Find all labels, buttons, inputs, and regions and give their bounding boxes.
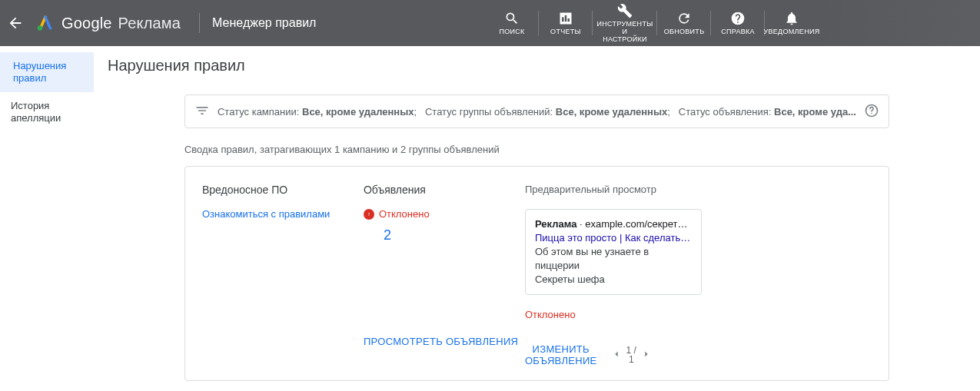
wrench-icon	[617, 3, 633, 18]
refresh-tool[interactable]: ОБНОВИТЬ	[657, 0, 711, 46]
pager-next[interactable]	[641, 349, 652, 362]
sidebar-item-appeal-history[interactable]: История апелляции	[0, 92, 94, 132]
google-ads-logo-icon	[35, 12, 55, 35]
pager-prev[interactable]	[611, 349, 622, 362]
app-header: Google Реклама Менеджер правил ПОИСК ОТЧ…	[0, 0, 980, 46]
product-name: Google Реклама	[61, 15, 181, 32]
ad-desc-1: Об этом вы не узнаете в пиццерии	[535, 245, 692, 273]
reports-tool[interactable]: ОТЧЕТЫ	[539, 0, 593, 46]
ads-count-link[interactable]: 2	[364, 227, 525, 244]
filter-icon	[194, 103, 210, 121]
ad-headline: Пицца это просто | Как сделать вкус...	[535, 231, 692, 245]
ad-desc-2: Секреты шефа	[535, 273, 692, 287]
filter-text: Статус кампании: Все, кроме удаленных; С…	[218, 106, 856, 118]
main-content: Нарушения правил Статус кампании: Все, к…	[94, 46, 980, 391]
pager: 1 /1	[611, 346, 652, 364]
error-icon	[364, 209, 374, 220]
learn-policy-link[interactable]: Ознакомиться с правилами	[202, 208, 364, 220]
edit-ad-button[interactable]: ИЗМЕНИТЬОБЪЯВЛЕНИЕ	[525, 343, 597, 366]
help-tool[interactable]: СПРАВКА	[711, 0, 765, 46]
arrow-left-icon	[7, 15, 24, 31]
help-icon	[730, 11, 746, 26]
product-logo[interactable]: Google Реклама	[31, 12, 194, 35]
header-tail	[819, 0, 980, 46]
search-tool[interactable]: ПОИСК	[485, 0, 539, 46]
sidebar-item-policy-violations[interactable]: Нарушения правил	[0, 52, 94, 92]
svg-rect-3	[568, 18, 570, 22]
ad-rejected-label: Отклонено	[525, 309, 872, 320]
refresh-icon	[676, 11, 692, 26]
pager-position: 1 /1	[626, 346, 636, 364]
tools-settings-tool[interactable]: ИНСТРУМЕНТЫИНАСТРОЙКИ	[593, 0, 657, 46]
filter-bar[interactable]: Статус кампании: Все, кроме удаленных; С…	[184, 94, 889, 128]
svg-rect-1	[562, 17, 564, 22]
back-arrow-button[interactable]	[0, 15, 31, 31]
ad-url-line: Реклама · example.com/секреты_пи...	[535, 217, 692, 231]
header-section-title: Менеджер правил	[212, 16, 316, 30]
ads-status: Отклонено	[364, 208, 525, 220]
bell-icon	[784, 11, 799, 26]
header-divider	[199, 13, 200, 33]
policy-name: Вредоносное ПО	[202, 184, 364, 196]
svg-rect-2	[565, 15, 567, 22]
search-icon	[504, 11, 520, 26]
bar-chart-icon	[558, 11, 573, 26]
preview-title: Предварительный просмотр	[525, 184, 872, 195]
help-circle-icon[interactable]	[864, 103, 879, 121]
ads-section-title: Объявления	[364, 184, 525, 196]
header-tools: ПОИСК ОТЧЕТЫ ИНСТРУМЕНТЫИНАСТРОЙКИ ОБНОВ…	[485, 0, 819, 46]
svg-point-5	[871, 112, 872, 114]
ad-preview: Реклама · example.com/секреты_пи... Пицц…	[525, 209, 702, 295]
sidebar: Нарушения правил История апелляции	[0, 46, 94, 391]
svg-point-0	[38, 25, 43, 31]
policy-card: Вредоносное ПО Ознакомиться с правилами …	[184, 166, 889, 381]
summary-text: Сводка правил, затрагивающих 1 кампанию …	[184, 144, 889, 155]
page-title: Нарушения правил	[108, 57, 966, 75]
notifications-tool[interactable]: УВЕДОМЛЕНИЯ	[765, 0, 819, 46]
view-ads-button[interactable]: ПРОСМОТРЕТЬ ОБЪЯВЛЕНИЯ	[364, 336, 518, 347]
